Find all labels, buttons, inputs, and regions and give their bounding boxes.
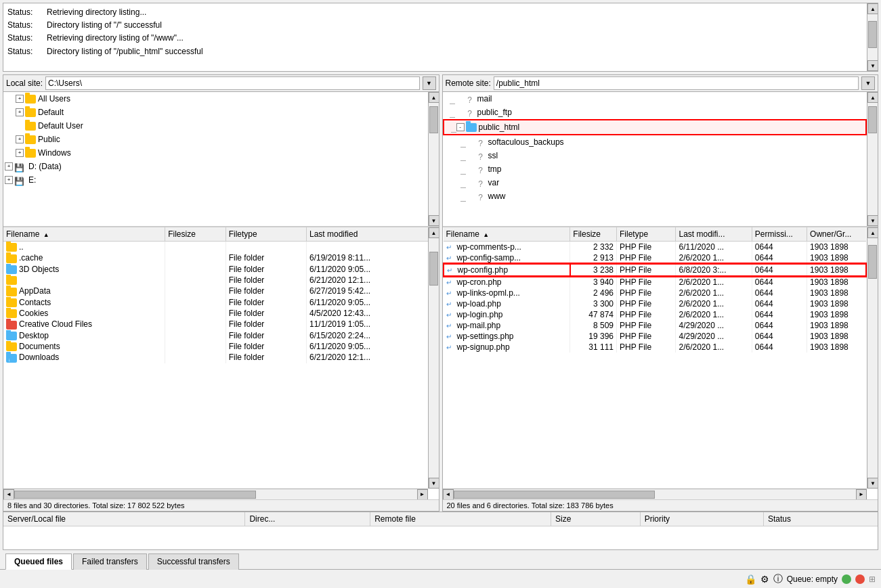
remote-file-scrollbar[interactable]: ▲ ▼: [867, 227, 878, 489]
remote-file-hscrollbar[interactable]: ◄ ►: [443, 489, 867, 499]
local-path-dropdown[interactable]: ▼: [423, 76, 436, 90]
remote-col-perms[interactable]: Permissi...: [752, 227, 807, 242]
scroll-thumb[interactable]: [868, 21, 877, 48]
tab-successful[interactable]: Successful transfers: [148, 553, 239, 570]
local-tree-item[interactable]: +💾E:: [3, 173, 428, 187]
expand-btn[interactable]: +: [5, 176, 13, 184]
remote-file-row[interactable]: ↵wp-config-samp... 2 913 PHP File 2/6/20…: [444, 252, 867, 264]
local-tree-item[interactable]: + Default: [3, 106, 428, 119]
remote-tree-item[interactable]: - public_html: [443, 119, 867, 135]
remote-file-row[interactable]: ↵wp-mail.php 8 509 PHP File 4/29/2020 ..…: [444, 320, 867, 331]
lf-hscroll-track[interactable]: [14, 490, 417, 499]
local-file-row[interactable]: Cookies File folder 4/5/2020 12:43...: [3, 308, 428, 319]
local-file-row[interactable]: AppData File folder 6/27/2019 5:42...: [3, 286, 428, 296]
rt-scroll-track[interactable]: [867, 103, 878, 215]
lf-hscroll-left[interactable]: ◄: [3, 489, 14, 500]
resize-handle[interactable]: ⊞: [869, 574, 876, 584]
remote-col-filetype[interactable]: Filetype: [617, 227, 676, 242]
local-tree-item[interactable]: + All Users: [3, 92, 428, 106]
local-file-row[interactable]: ..: [3, 242, 428, 253]
tab-failed[interactable]: Failed transfers: [73, 553, 147, 570]
local-file-scrollbar[interactable]: ▲ ▼: [428, 227, 439, 489]
rt-scroll-down[interactable]: ▼: [867, 215, 878, 226]
queue-col-header[interactable]: Size: [551, 512, 641, 526]
remote-tree-item[interactable]: ?public_ftp: [443, 106, 867, 119]
status-scrollbar[interactable]: ▲ ▼: [867, 3, 878, 71]
remote-tree-scrollbar[interactable]: ▲ ▼: [867, 92, 878, 226]
remote-tree-item[interactable]: ?ssl: [443, 149, 867, 162]
remote-path-input[interactable]: [494, 76, 859, 90]
rf-hscroll-left[interactable]: ◄: [443, 489, 454, 500]
local-file-row[interactable]: Contacts File folder 6/11/2020 9:05...: [3, 297, 428, 308]
remote-col-owner[interactable]: Owner/Gr...: [807, 227, 866, 242]
scroll-up-arrow[interactable]: ▲: [867, 3, 878, 14]
expand-btn[interactable]: -: [456, 123, 465, 131]
lt-scroll-thumb[interactable]: [429, 106, 438, 133]
scroll-track[interactable]: [867, 14, 878, 60]
local-tree-scrollbar[interactable]: ▲ ▼: [428, 92, 439, 226]
rt-scroll-up[interactable]: ▲: [867, 92, 878, 103]
tab-queued[interactable]: Queued files: [5, 553, 72, 570]
remote-tree-item[interactable]: ?softaculous_backups: [443, 135, 867, 149]
remote-tree-item[interactable]: ?www: [443, 189, 867, 203]
remote-col-lastmod[interactable]: Last modifi...: [676, 227, 752, 242]
local-file-row[interactable]: ↓Downloads File folder 6/21/2020 12:1...: [3, 352, 428, 363]
remote-tree-item[interactable]: ?mail: [443, 92, 867, 106]
rf-scroll-track[interactable]: [867, 238, 878, 478]
rt-scroll-thumb[interactable]: [868, 106, 877, 133]
queue-col-header[interactable]: Direc...: [245, 512, 370, 526]
local-col-filetype[interactable]: Filetype: [225, 227, 306, 242]
local-file-row[interactable]: File folder 6/21/2020 12:1...: [3, 275, 428, 286]
lf-scroll-down[interactable]: ▼: [429, 478, 439, 489]
local-file-row[interactable]: 3D Objects File folder 6/11/2020 9:05...: [3, 264, 428, 275]
remote-file-row[interactable]: ↵wp-signup.php 31 111 PHP File 2/6/2020 …: [444, 342, 867, 353]
local-file-hscrollbar[interactable]: ◄ ►: [3, 489, 428, 499]
queue-col-header[interactable]: Remote file: [370, 512, 551, 526]
queue-col-header[interactable]: Server/Local file: [3, 512, 245, 526]
local-tree-item[interactable]: Default User: [3, 119, 428, 133]
rf-hscroll-thumb[interactable]: [454, 491, 655, 499]
local-col-lastmod[interactable]: Last modified: [306, 227, 427, 242]
remote-path-dropdown[interactable]: ▼: [861, 76, 875, 90]
remote-col-filesize[interactable]: Filesize: [570, 227, 617, 242]
rf-scroll-down[interactable]: ▼: [867, 478, 878, 489]
local-col-filename[interactable]: Filename ▲: [3, 227, 165, 242]
remote-file-row[interactable]: ↵wp-login.php 47 874 PHP File 2/6/2020 1…: [444, 309, 867, 320]
remote-tree-item[interactable]: ?var: [443, 176, 867, 189]
scroll-down-arrow[interactable]: ▼: [867, 60, 878, 71]
expand-btn[interactable]: +: [16, 149, 24, 157]
lf-scroll-track[interactable]: [429, 238, 439, 478]
lt-scroll-track[interactable]: [429, 103, 439, 215]
expand-btn[interactable]: +: [16, 95, 24, 103]
rf-scroll-thumb[interactable]: [868, 245, 877, 279]
lt-scroll-up[interactable]: ▲: [429, 92, 439, 103]
local-tree-item[interactable]: + Windows: [3, 146, 428, 160]
remote-col-filename[interactable]: Filename ▲: [444, 227, 570, 242]
lf-scroll-up[interactable]: ▲: [429, 227, 439, 238]
local-file-row[interactable]: Desktop File folder 6/15/2020 2:24...: [3, 330, 428, 341]
lf-scroll-thumb[interactable]: [429, 252, 438, 286]
lf-hscroll-right[interactable]: ►: [417, 489, 428, 500]
local-file-row[interactable]: Documents File folder 6/11/2020 9:05...: [3, 341, 428, 352]
rf-scroll-up[interactable]: ▲: [867, 227, 878, 238]
remote-tree-item[interactable]: ?tmp: [443, 162, 867, 176]
expand-btn[interactable]: +: [16, 108, 24, 116]
remote-file-row[interactable]: ↵wp-cron.php 3 940 PHP File 2/6/2020 1..…: [444, 276, 867, 288]
local-file-row[interactable]: .cache File folder 6/19/2019 8:11...: [3, 252, 428, 263]
queue-col-header[interactable]: Status: [763, 512, 878, 526]
local-col-filesize[interactable]: Filesize: [165, 227, 226, 242]
expand-btn[interactable]: +: [5, 162, 13, 171]
local-file-row[interactable]: Creative Cloud Files File folder 11/1/20…: [3, 319, 428, 330]
queue-col-header[interactable]: Priority: [640, 512, 763, 526]
expand-btn[interactable]: +: [16, 135, 24, 143]
lt-scroll-down[interactable]: ▼: [429, 215, 439, 226]
local-tree-item[interactable]: +💾D: (Data): [3, 160, 428, 173]
rf-hscroll-track[interactable]: [454, 490, 857, 499]
remote-file-row[interactable]: ↵wp-load.php 3 300 PHP File 2/6/2020 1..…: [444, 298, 867, 309]
remote-file-row[interactable]: ↵wp-links-opml.p... 2 496 PHP File 2/6/2…: [444, 288, 867, 298]
local-path-input[interactable]: [45, 76, 419, 90]
remote-file-row[interactable]: ↵wp-comments-p... 2 332 PHP File 6/11/20…: [444, 242, 867, 253]
remote-file-row[interactable]: ↵wp-config.php 3 238 PHP File 6/8/2020 3…: [444, 264, 867, 276]
lf-hscroll-thumb[interactable]: [14, 491, 256, 499]
remote-file-row[interactable]: ↵wp-settings.php 19 396 PHP File 4/29/20…: [444, 331, 867, 342]
